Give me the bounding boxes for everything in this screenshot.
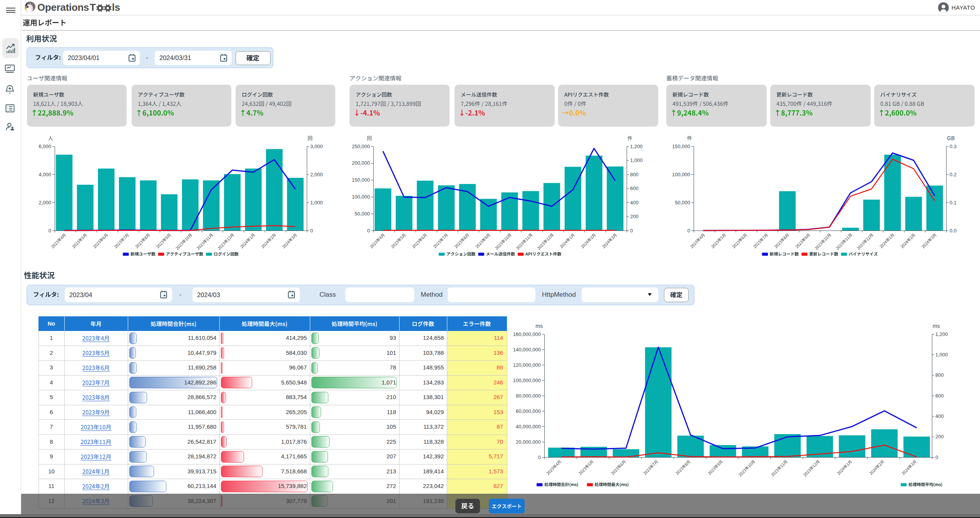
svg-text:200: 200: [935, 434, 944, 439]
svg-text:600: 600: [630, 185, 639, 191]
svg-text:100,000: 100,000: [672, 172, 690, 177]
svg-text:4,000: 4,000: [38, 172, 51, 177]
svg-text:250,000: 250,000: [352, 144, 370, 149]
svg-text:0.2: 0.2: [950, 172, 957, 177]
svg-text:100,000,000: 100,000,000: [513, 378, 541, 383]
svg-text:60,000,000: 60,000,000: [516, 408, 541, 414]
svg-text:200: 200: [630, 214, 639, 219]
svg-text:80,000,000: 80,000,000: [516, 393, 541, 399]
svg-text:800: 800: [630, 172, 639, 177]
svg-text:0: 0: [538, 455, 541, 460]
svg-text:160,000,000: 160,000,000: [513, 331, 541, 337]
svg-text:0.3: 0.3: [950, 144, 957, 149]
svg-text:400: 400: [935, 413, 944, 419]
svg-text:140,000,000: 140,000,000: [513, 347, 541, 353]
svg-text:ms: ms: [535, 323, 543, 329]
svg-text:50,000: 50,000: [675, 200, 690, 206]
svg-text:0: 0: [935, 455, 938, 460]
svg-text:6,000: 6,000: [38, 144, 51, 149]
svg-text:400: 400: [630, 200, 639, 206]
svg-text:0.0: 0.0: [950, 228, 957, 234]
svg-text:150,000: 150,000: [352, 177, 370, 183]
svg-text:1,200: 1,200: [630, 144, 643, 149]
svg-text:0: 0: [310, 228, 313, 234]
svg-text:40,000,000: 40,000,000: [516, 424, 541, 429]
svg-text:800: 800: [935, 372, 944, 378]
svg-text:GB: GB: [947, 135, 955, 141]
svg-text:2,000: 2,000: [38, 200, 51, 206]
svg-text:200,000: 200,000: [352, 160, 370, 166]
svg-text:0: 0: [367, 228, 370, 234]
svg-text:50,000: 50,000: [355, 211, 370, 217]
svg-text:600: 600: [935, 393, 944, 399]
svg-text:150,000: 150,000: [672, 144, 690, 149]
svg-text:1,200: 1,200: [935, 331, 948, 337]
svg-text:2,000: 2,000: [310, 172, 323, 177]
svg-text:20,000,000: 20,000,000: [516, 439, 541, 445]
svg-text:3,000: 3,000: [310, 144, 323, 149]
svg-text:100,000: 100,000: [352, 194, 370, 200]
svg-text:0: 0: [630, 228, 633, 234]
svg-text:1,000: 1,000: [935, 352, 948, 358]
svg-text:ms: ms: [933, 323, 940, 329]
svg-text:0: 0: [687, 228, 690, 234]
svg-text:120,000,000: 120,000,000: [513, 362, 541, 368]
svg-text:1,000: 1,000: [310, 200, 323, 206]
svg-text:1,000: 1,000: [630, 157, 643, 163]
svg-text:0.1: 0.1: [950, 200, 957, 206]
svg-text:0: 0: [48, 228, 51, 234]
